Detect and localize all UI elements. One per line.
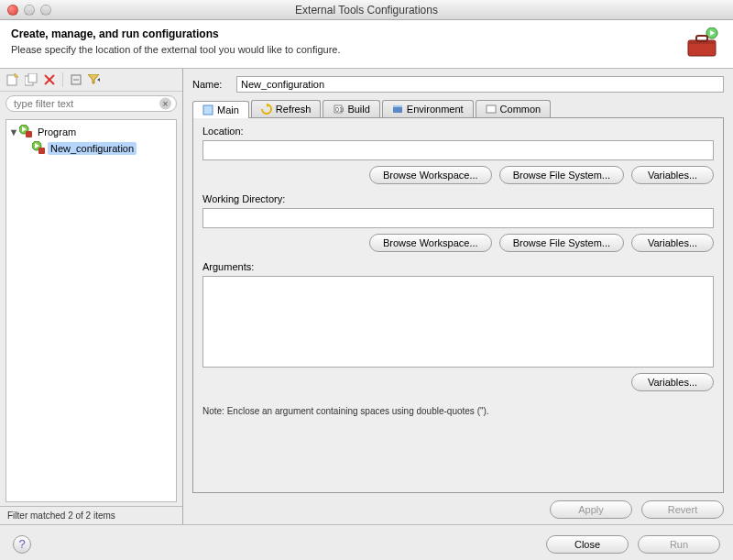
toolbox-icon [684, 27, 722, 59]
arguments-label: Arguments: [202, 261, 714, 272]
config-toolbar [0, 69, 182, 92]
filter-input[interactable] [5, 95, 177, 112]
svg-rect-19 [38, 148, 45, 154]
tabs: Main Refresh 010 Build Environment [192, 100, 724, 118]
svg-marker-13 [97, 78, 100, 82]
name-input[interactable] [236, 76, 724, 93]
minimize-window-button[interactable] [24, 5, 35, 16]
tab-build[interactable]: 010 Build [323, 100, 379, 117]
close-window-button[interactable] [7, 5, 18, 16]
svg-rect-16 [26, 131, 32, 137]
dialog-header: Create, manage, and run configurations P… [0, 20, 733, 69]
apply-button[interactable]: Apply [550, 500, 632, 519]
window-controls [7, 5, 51, 16]
header-subtitle: Please specify the location of the exter… [11, 44, 684, 55]
tab-main[interactable]: Main [192, 101, 249, 118]
main-tab-panel: Location: Browse Workspace... Browse Fil… [192, 118, 724, 493]
program-icon [32, 141, 45, 156]
zoom-window-button[interactable] [40, 5, 51, 16]
svg-rect-4 [696, 36, 707, 41]
help-icon[interactable]: ? [13, 535, 31, 554]
tree-item-label: New_configuration [48, 142, 137, 155]
location-label: Location: [202, 126, 714, 137]
location-browse-filesystem-button[interactable]: Browse File System... [499, 166, 624, 184]
tab-label: Build [347, 104, 369, 115]
dialog-footer: ? Close Run [0, 524, 733, 560]
filter-menu-icon[interactable] [87, 72, 102, 87]
working-directory-input[interactable] [202, 208, 714, 228]
window-title: External Tools Configurations [0, 4, 733, 16]
filter-status: Filter matched 2 of 2 items [0, 506, 182, 524]
collapse-all-icon[interactable] [69, 72, 83, 87]
wd-browse-filesystem-button[interactable]: Browse File System... [499, 234, 624, 252]
main-tab-icon [202, 104, 213, 115]
wd-browse-workspace-button[interactable]: Browse Workspace... [369, 234, 492, 252]
tab-refresh[interactable]: Refresh [251, 100, 322, 117]
tab-common[interactable]: Common [476, 100, 552, 117]
expand-arrow-icon[interactable]: ▼ [8, 126, 19, 137]
arguments-variables-button[interactable]: Variables... [631, 373, 714, 391]
titlebar: External Tools Configurations [0, 0, 733, 20]
location-variables-button[interactable]: Variables... [631, 166, 714, 184]
build-tab-icon: 010 [333, 104, 344, 115]
tree-root-label: Program [35, 126, 79, 138]
delete-config-icon[interactable] [42, 72, 57, 87]
location-input[interactable] [202, 140, 714, 160]
right-pane: Name: Main Refresh 010 Build [183, 69, 733, 524]
tab-label: Common [500, 104, 542, 115]
duplicate-config-icon[interactable] [24, 72, 38, 87]
tab-label: Environment [407, 104, 464, 115]
tab-label: Main [217, 104, 239, 115]
tree-item[interactable]: New_configuration [8, 140, 174, 157]
run-button[interactable]: Run [638, 535, 720, 554]
working-directory-label: Working Directory: [202, 193, 714, 204]
left-pane: × ▼ Program New_configuration Filter mat… [0, 69, 183, 524]
svg-rect-25 [393, 105, 402, 107]
tree-root-program[interactable]: ▼ Program [8, 124, 174, 140]
svg-rect-26 [487, 105, 496, 113]
name-label: Name: [192, 79, 236, 90]
tab-environment[interactable]: Environment [382, 100, 474, 117]
wd-variables-button[interactable]: Variables... [631, 234, 714, 252]
arguments-input[interactable] [202, 276, 714, 368]
program-icon [19, 125, 32, 139]
common-tab-icon [486, 104, 497, 115]
location-browse-workspace-button[interactable]: Browse Workspace... [369, 166, 492, 184]
close-button[interactable]: Close [546, 535, 629, 554]
svg-marker-12 [88, 74, 99, 83]
refresh-tab-icon [261, 104, 272, 115]
revert-button[interactable]: Revert [641, 500, 724, 519]
config-tree[interactable]: ▼ Program New_configuration [5, 119, 177, 502]
new-config-icon[interactable] [5, 72, 20, 87]
environment-tab-icon [392, 104, 403, 115]
arguments-note: Note: Enclose an argument containing spa… [202, 406, 714, 416]
svg-text:010: 010 [335, 106, 344, 113]
header-title: Create, manage, and run configurations [11, 27, 684, 40]
tab-label: Refresh [276, 104, 312, 115]
svg-rect-7 [28, 73, 37, 82]
clear-filter-icon[interactable]: × [159, 98, 171, 110]
svg-rect-20 [203, 105, 213, 115]
